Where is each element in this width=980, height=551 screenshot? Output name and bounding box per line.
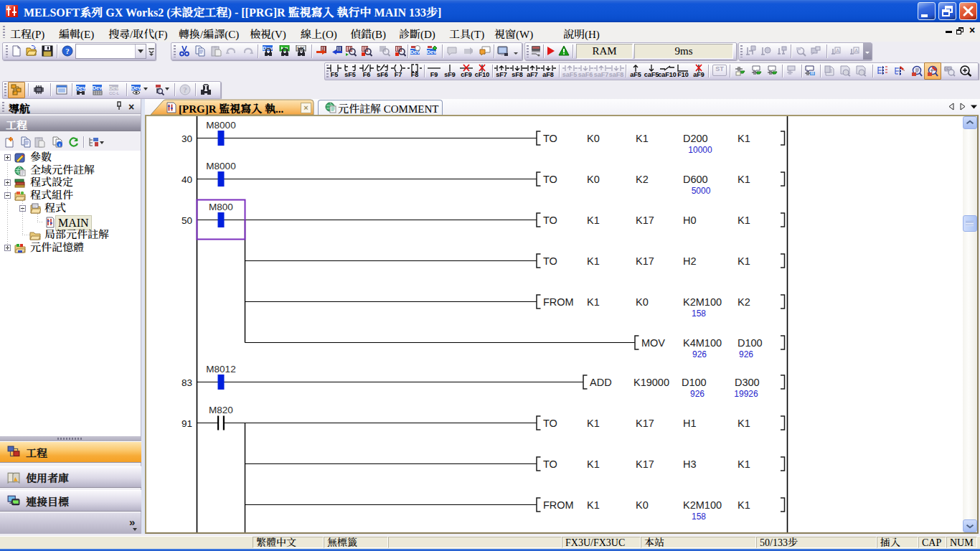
svg-text:50: 50: [182, 215, 192, 226]
svg-text:K1: K1: [587, 255, 600, 267]
svg-text:A: A: [854, 48, 858, 53]
svg-text:K1: K1: [587, 215, 600, 226]
svg-text:i: i: [59, 142, 60, 148]
svg-text:M800: M800: [209, 202, 233, 212]
svg-text:CC-L: CC-L: [109, 91, 120, 95]
svg-text:K17: K17: [636, 418, 654, 429]
svg-text:K1: K1: [738, 174, 750, 185]
svg-text:K1: K1: [587, 296, 600, 308]
svg-text:19926: 19926: [734, 389, 758, 399]
svg-text:K1: K1: [636, 133, 649, 144]
svg-text:K4M100: K4M100: [683, 337, 722, 349]
svg-text:83: 83: [182, 377, 192, 388]
svg-text:K0: K0: [636, 296, 649, 308]
svg-text:H1: H1: [683, 418, 697, 429]
svg-text:158: 158: [692, 309, 706, 319]
svg-text:K0: K0: [587, 133, 600, 144]
svg-text:K17: K17: [636, 458, 654, 470]
svg-text:K1: K1: [738, 133, 750, 144]
svg-text:Dev: Dev: [131, 85, 141, 91]
svg-text:5000: 5000: [692, 186, 711, 196]
svg-text:K1: K1: [738, 458, 750, 470]
svg-text:H0: H0: [683, 215, 697, 226]
svg-text:?: ?: [183, 85, 187, 94]
svg-text:K2M100: K2M100: [683, 296, 722, 308]
svg-text:Dev: Dev: [109, 85, 119, 91]
svg-text:K0: K0: [636, 499, 649, 511]
svg-text:TO: TO: [543, 255, 557, 267]
svg-text:TO: TO: [543, 215, 557, 226]
svg-text:30: 30: [182, 133, 192, 144]
svg-text:A: A: [836, 48, 839, 53]
svg-text:TO: TO: [543, 418, 557, 429]
svg-text:926: 926: [739, 349, 753, 359]
svg-text:K2M100: K2M100: [683, 499, 722, 511]
svg-text:K1: K1: [738, 418, 750, 429]
svg-text:?: ?: [65, 47, 70, 55]
svg-text:H3: H3: [683, 458, 697, 470]
svg-text:M8000: M8000: [206, 161, 235, 171]
svg-text:TO: TO: [543, 174, 557, 185]
svg-text:K19000: K19000: [633, 377, 669, 388]
svg-text:K1: K1: [738, 215, 750, 226]
svg-text:K1: K1: [587, 418, 600, 429]
svg-text:Dev: Dev: [93, 85, 103, 91]
svg-text:FROM: FROM: [543, 296, 574, 308]
svg-text:D600: D600: [683, 174, 708, 185]
svg-text:TO: TO: [543, 133, 557, 144]
svg-text:K1: K1: [587, 499, 600, 511]
svg-text:D100: D100: [682, 377, 707, 388]
svg-text:10000: 10000: [688, 145, 712, 155]
svg-text:926: 926: [690, 389, 705, 399]
svg-text:K0: K0: [587, 174, 600, 185]
svg-text:K1: K1: [738, 255, 750, 267]
svg-text:H2: H2: [683, 255, 697, 267]
svg-text:40: 40: [182, 174, 192, 185]
svg-text:K2: K2: [636, 174, 649, 185]
svg-text:M8012: M8012: [206, 364, 235, 375]
svg-text:K1: K1: [587, 458, 600, 470]
svg-text:K17: K17: [636, 215, 654, 226]
svg-text:D300: D300: [735, 377, 760, 388]
svg-text:Dev: Dev: [76, 85, 86, 91]
svg-text:158: 158: [692, 512, 706, 522]
svg-text:K1: K1: [738, 499, 750, 511]
svg-text:926: 926: [692, 349, 707, 359]
svg-text:K17: K17: [636, 255, 654, 267]
svg-text:91: 91: [182, 418, 192, 429]
svg-text:D100: D100: [738, 337, 763, 349]
svg-text:K2: K2: [738, 296, 750, 308]
svg-text:FROM: FROM: [543, 499, 574, 511]
svg-text:M820: M820: [209, 405, 233, 415]
svg-text:MOV: MOV: [641, 337, 665, 349]
svg-text:M8000: M8000: [206, 120, 235, 131]
svg-text:TO: TO: [543, 458, 557, 470]
svg-text:D200: D200: [683, 133, 708, 144]
svg-text:ADD: ADD: [590, 377, 612, 388]
